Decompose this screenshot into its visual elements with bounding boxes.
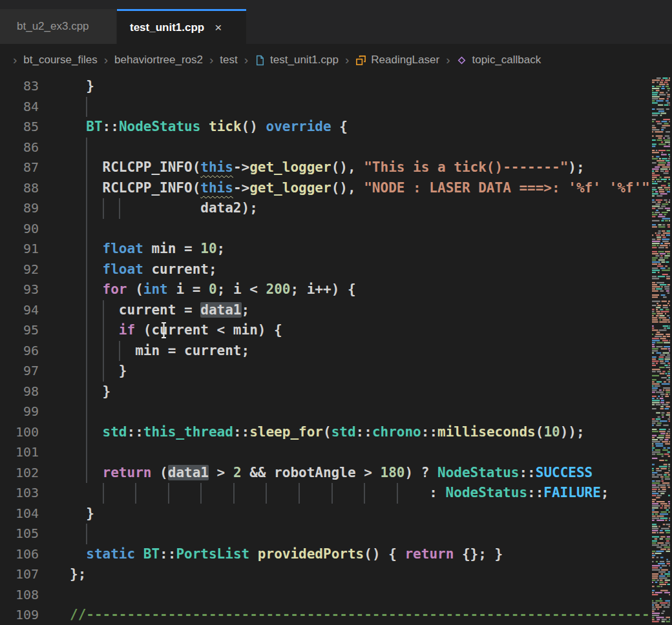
code-token: ( <box>151 465 167 480</box>
indent-guide <box>86 239 87 260</box>
code-token: () { <box>364 546 404 562</box>
line-number: 109 <box>0 605 39 625</box>
code-line-85[interactable]: 85 BT::NodeStatus tick() override { <box>0 117 672 138</box>
code-line-93[interactable]: 93 for (int i = 0; i < 200; i++) { <box>0 280 672 300</box>
code-line-104[interactable]: 104 } <box>0 504 672 524</box>
code-token: } <box>70 384 110 399</box>
indent-guide <box>103 483 104 504</box>
code-line-89[interactable]: 89 data2); <box>0 198 672 219</box>
code-token: :: <box>127 424 143 440</box>
code-content: : NodeStatus::FAILURE; <box>39 483 672 504</box>
code-content: //--------------------------------------… <box>39 605 672 625</box>
code-line-92[interactable]: 92 float current; <box>0 260 672 280</box>
code-line-100[interactable]: 100 std::this_thread::sleep_for(std::chr… <box>0 422 672 443</box>
code-line-103[interactable]: 103 : NodeStatus::FAILURE; <box>0 483 672 504</box>
line-number: 88 <box>0 178 39 199</box>
code-token: min = current; <box>70 343 249 358</box>
breadcrumb-item-test_unit1-cpp[interactable]: test_unit1.cpp <box>255 54 339 67</box>
chevron-right-icon: › <box>446 54 450 66</box>
indent-guide <box>86 402 87 422</box>
code-line-101[interactable]: 101 <box>0 442 672 463</box>
code-line-105[interactable]: 105 <box>0 524 672 544</box>
code-token: static <box>86 546 135 562</box>
code-content: current = data1; <box>39 300 672 321</box>
code-content <box>39 442 672 463</box>
chevron-right-icon: › <box>104 54 108 66</box>
code-token: tick <box>209 119 242 134</box>
code-token: : <box>70 485 446 500</box>
breadcrumb-item-test[interactable]: test <box>220 54 237 67</box>
code-line-108[interactable]: 108 <box>0 585 672 606</box>
line-number: 87 <box>0 158 39 178</box>
line-number: 85 <box>0 117 39 138</box>
breadcrumb-item-bt_course_files[interactable]: bt_course_files <box>23 54 97 67</box>
code-line-86[interactable]: 86 <box>0 138 672 158</box>
code-content <box>39 402 672 422</box>
code-line-96[interactable]: 96 min = current; <box>0 341 672 362</box>
code-token: :: <box>421 424 437 440</box>
indent-guide <box>168 483 169 504</box>
breadcrumb-item-behaviortree_ros2[interactable]: behaviortree_ros2 <box>114 54 203 67</box>
code-content: float min = 10; <box>39 239 672 260</box>
code-content: }; <box>39 564 672 585</box>
code-line-87[interactable]: 87 RCLCPP_INFO(this->get_logger(), "This… <box>0 158 672 178</box>
code-line-109[interactable]: 109//-----------------------------------… <box>0 605 672 625</box>
code-token: 180 <box>380 465 404 480</box>
code-line-106[interactable]: 106 static BT::PortsList providedPorts()… <box>0 544 672 565</box>
code-line-102[interactable]: 102 return (data1 > 2 && robotAngle > 18… <box>0 463 672 484</box>
indent-guide <box>200 483 202 504</box>
code-line-94[interactable]: 94 current = data1; <box>0 300 672 321</box>
code-line-84[interactable]: 84 <box>0 97 672 118</box>
indent-guide <box>86 442 87 463</box>
code-line-83[interactable]: 83 } <box>0 76 672 97</box>
indent-guide <box>86 97 87 118</box>
code-content: } <box>39 76 672 97</box>
code-token: :: <box>527 485 543 500</box>
indent-guide <box>86 280 87 300</box>
chevron-right-icon: › <box>13 54 17 66</box>
code-line-98[interactable]: 98 } <box>0 382 672 402</box>
cpp-file-icon <box>255 55 266 66</box>
tab-close-icon[interactable]: × <box>215 21 222 35</box>
code-token: this <box>200 159 233 175</box>
breadcrumb-item-topic_callback[interactable]: topic_callback <box>456 54 541 67</box>
breadcrumb-label: test <box>220 54 237 67</box>
code-line-95[interactable]: 95 if (current < min) { <box>0 320 672 341</box>
code-content: for (int i = 0; i < 200; i++) { <box>39 280 672 300</box>
code-line-90[interactable]: 90 <box>0 219 672 240</box>
indent-guide <box>103 300 104 321</box>
code-line-97[interactable]: 97 } <box>0 361 672 382</box>
line-number: 96 <box>0 341 39 362</box>
code-content: BT::NodeStatus tick() override { <box>39 117 672 138</box>
line-number: 86 <box>0 138 39 158</box>
breadcrumb-label: test_unit1.cpp <box>270 54 339 67</box>
tab-test_unit1-cpp[interactable]: test_unit1.cpp× <box>117 9 246 44</box>
code-editor[interactable]: 83 }8485 BT::NodeStatus tick() override … <box>0 76 672 625</box>
code-token: ( <box>127 282 143 297</box>
code-line-107[interactable]: 107}; <box>0 564 672 585</box>
line-number: 83 <box>0 76 39 97</box>
minimap[interactable] <box>651 76 672 625</box>
code-content: data2); <box>39 198 672 219</box>
code-token: float <box>103 241 143 256</box>
indent-guide <box>103 320 104 341</box>
editor-lines: 83 }8485 BT::NodeStatus tick() override … <box>0 76 672 625</box>
code-line-88[interactable]: 88 RCLCPP_INFO(this->get_logger(), "NODE… <box>0 178 672 199</box>
code-token: } <box>70 363 127 378</box>
tab-bt_u2_ex3-cpp[interactable]: bt_u2_ex3.cpp <box>0 9 116 44</box>
code-line-91[interactable]: 91 float min = 10; <box>0 239 672 260</box>
indent-guide <box>86 463 87 484</box>
breadcrumb-item-ReadingLaser[interactable]: ReadingLaser <box>355 54 439 67</box>
code-token: -> <box>233 159 249 175</box>
code-line-99[interactable]: 99 <box>0 402 672 422</box>
method-symbol-icon <box>456 55 467 66</box>
indent-guide <box>86 138 87 158</box>
code-content: float current; <box>39 260 672 280</box>
line-number: 93 <box>0 280 39 300</box>
code-token: {}; } <box>454 546 503 562</box>
indent-guide <box>86 158 87 178</box>
code-content: static BT::PortsList providedPorts() { r… <box>39 544 672 565</box>
code-token: int <box>143 282 168 297</box>
code-token: //--------------------------------------… <box>70 607 672 622</box>
code-token: this_thread <box>143 424 233 440</box>
